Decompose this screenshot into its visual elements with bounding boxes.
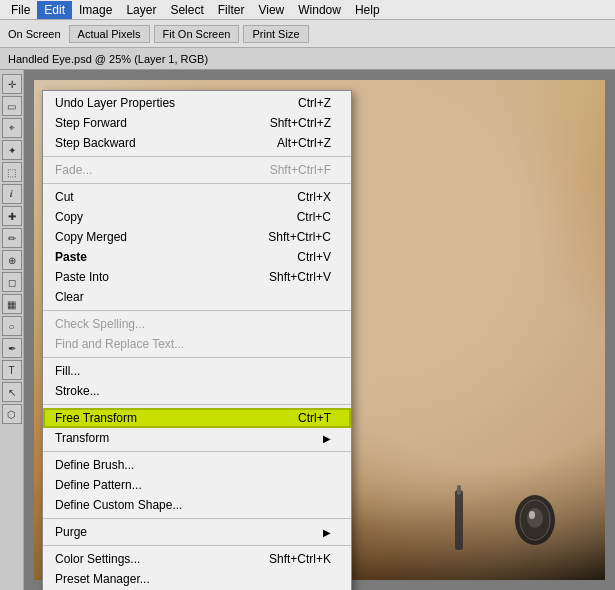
menu-check-spelling: Check Spelling... bbox=[43, 314, 351, 334]
tool-eraser[interactable]: ◻ bbox=[2, 272, 22, 292]
tool-crop[interactable]: ⬚ bbox=[2, 162, 22, 182]
tool-path-select[interactable]: ↖ bbox=[2, 382, 22, 402]
menu-fade: Fade... Shft+Ctrl+F bbox=[43, 160, 351, 180]
tool-shape[interactable]: ⬡ bbox=[2, 404, 22, 424]
on-screen-label: On Screen bbox=[4, 28, 65, 40]
tool-magic-wand[interactable]: ✦ bbox=[2, 140, 22, 160]
separator-8 bbox=[43, 545, 351, 546]
menu-find-replace: Find and Replace Text... bbox=[43, 334, 351, 354]
menu-clear[interactable]: Clear bbox=[43, 287, 351, 307]
menu-fill[interactable]: Fill... bbox=[43, 361, 351, 381]
menu-copy-merged[interactable]: Copy Merged Shft+Ctrl+C bbox=[43, 227, 351, 247]
menu-image[interactable]: Image bbox=[72, 1, 119, 19]
menu-define-pattern[interactable]: Define Pattern... bbox=[43, 475, 351, 495]
menu-transform[interactable]: Transform ▶ bbox=[43, 428, 351, 448]
menu-define-brush[interactable]: Define Brush... bbox=[43, 455, 351, 475]
doc-title: Handled Eye.psd @ 25% (Layer 1, RGB) bbox=[8, 53, 208, 65]
separator-1 bbox=[43, 156, 351, 157]
left-toolbar: ✛ ▭ ⌖ ✦ ⬚ 𝒊 ✚ ✏ ⊕ ◻ ▦ ○ ✒ T ↖ ⬡ bbox=[0, 70, 24, 590]
separator-5 bbox=[43, 404, 351, 405]
menu-purge[interactable]: Purge ▶ bbox=[43, 522, 351, 542]
tool-pen[interactable]: ✒ bbox=[2, 338, 22, 358]
menu-color-settings[interactable]: Color Settings... Shft+Ctrl+K bbox=[43, 549, 351, 569]
svg-rect-5 bbox=[457, 485, 461, 495]
tool-lasso[interactable]: ⌖ bbox=[2, 118, 22, 138]
svg-point-3 bbox=[529, 511, 535, 519]
tool-eyedropper[interactable]: 𝒊 bbox=[2, 184, 22, 204]
fit-on-screen-button[interactable]: Fit On Screen bbox=[154, 25, 240, 43]
tool-clone[interactable]: ⊕ bbox=[2, 250, 22, 270]
menu-help[interactable]: Help bbox=[348, 1, 387, 19]
tool-brush[interactable]: ✏ bbox=[2, 228, 22, 248]
menu-step-forward[interactable]: Step Forward Shft+Ctrl+Z bbox=[43, 113, 351, 133]
separator-2 bbox=[43, 183, 351, 184]
tool-heal[interactable]: ✚ bbox=[2, 206, 22, 226]
menu-window[interactable]: Window bbox=[291, 1, 348, 19]
menu-undo-layer-properties[interactable]: Undo Layer Properties Ctrl+Z bbox=[43, 93, 351, 113]
menu-edit[interactable]: Edit bbox=[37, 1, 72, 19]
toolbar-top: On Screen Actual Pixels Fit On Screen Pr… bbox=[0, 20, 615, 48]
svg-rect-4 bbox=[455, 490, 463, 550]
tool-dodge[interactable]: ○ bbox=[2, 316, 22, 336]
main-area: ✛ ▭ ⌖ ✦ ⬚ 𝒊 ✚ ✏ ⊕ ◻ ▦ ○ ✒ T ↖ ⬡ bbox=[0, 70, 615, 590]
menu-step-backward[interactable]: Step Backward Alt+Ctrl+Z bbox=[43, 133, 351, 153]
tool-gradient[interactable]: ▦ bbox=[2, 294, 22, 314]
actual-pixels-button[interactable]: Actual Pixels bbox=[69, 25, 150, 43]
menu-copy[interactable]: Copy Ctrl+C bbox=[43, 207, 351, 227]
svg-point-2 bbox=[527, 508, 543, 528]
menu-select[interactable]: Select bbox=[163, 1, 210, 19]
doc-titlebar: Handled Eye.psd @ 25% (Layer 1, RGB) bbox=[0, 48, 615, 70]
menu-file[interactable]: File bbox=[4, 1, 37, 19]
menu-paste[interactable]: Paste Ctrl+V bbox=[43, 247, 351, 267]
menu-preset-manager[interactable]: Preset Manager... bbox=[43, 569, 351, 589]
menu-define-custom-shape[interactable]: Define Custom Shape... bbox=[43, 495, 351, 515]
edit-dropdown-menu: Undo Layer Properties Ctrl+Z Step Forwar… bbox=[42, 90, 352, 590]
menu-stroke[interactable]: Stroke... bbox=[43, 381, 351, 401]
separator-4 bbox=[43, 357, 351, 358]
tool-move[interactable]: ✛ bbox=[2, 74, 22, 94]
menu-view[interactable]: View bbox=[251, 1, 291, 19]
tool-select-rect[interactable]: ▭ bbox=[2, 96, 22, 116]
separator-7 bbox=[43, 518, 351, 519]
menu-paste-into[interactable]: Paste Into Shft+Ctrl+V bbox=[43, 267, 351, 287]
menu-filter[interactable]: Filter bbox=[211, 1, 252, 19]
menu-layer[interactable]: Layer bbox=[119, 1, 163, 19]
menu-cut[interactable]: Cut Ctrl+X bbox=[43, 187, 351, 207]
tool-text[interactable]: T bbox=[2, 360, 22, 380]
menubar: File Edit Image Layer Select Filter View… bbox=[0, 0, 615, 20]
print-size-button[interactable]: Print Size bbox=[243, 25, 308, 43]
separator-6 bbox=[43, 451, 351, 452]
menu-free-transform[interactable]: Free Transform Ctrl+T bbox=[43, 408, 351, 428]
separator-3 bbox=[43, 310, 351, 311]
